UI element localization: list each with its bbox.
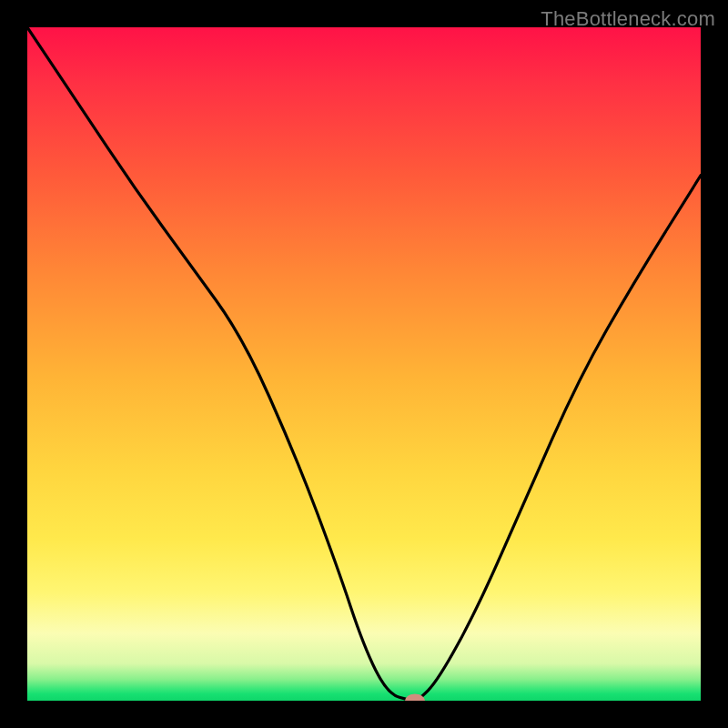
figure-container: TheBottleneck.com — [0, 0, 728, 728]
bottleneck-curve — [27, 27, 701, 701]
watermark-text: TheBottleneck.com — [541, 7, 715, 31]
chart-plot-area — [27, 27, 701, 701]
